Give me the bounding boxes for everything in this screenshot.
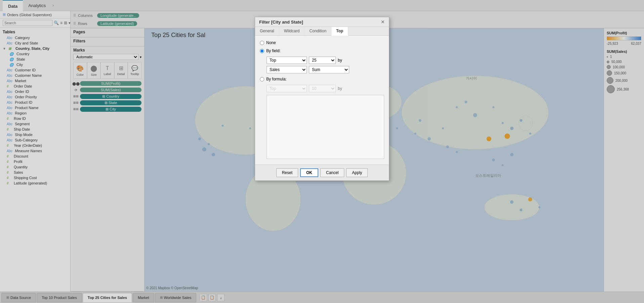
byformula-label[interactable]: By formula: [266,77,287,81]
modal-close-button[interactable]: ✕ [381,19,385,25]
formula-by-label: by [338,86,342,91]
ok-button[interactable]: OK [300,168,318,177]
modal-title: Filter [City and State] [259,20,303,25]
modal-tab-general[interactable]: General [255,27,279,35]
top-bottom-select[interactable]: Top [267,57,307,64]
modal-tab-wildcard[interactable]: Wildcard [279,27,305,35]
modal-overlay: Filter [City and State] ✕ General Wildca… [0,0,644,303]
agg-select[interactable]: Sum [309,66,349,73]
byfield-radio[interactable] [260,49,264,53]
byformula-radio[interactable] [260,77,264,81]
reset-button[interactable]: Reset [276,168,298,177]
field-select[interactable]: Sales [267,66,307,73]
cancel-button[interactable]: Cancel [320,168,344,177]
byfield-row1: Top 25 by [267,57,384,64]
modal-header: Filter [City and State] ✕ [255,17,389,27]
modal-footer: Reset OK Cancel Apply [255,165,389,180]
modal-tabs: General Wildcard Condition Top [255,27,389,36]
modal-tab-condition[interactable]: Condition [305,27,331,35]
formula-section: Top 10 by [267,85,384,160]
formula-row: Top 10 by [267,85,384,92]
filter-modal: Filter [City and State] ✕ General Wildca… [255,17,389,181]
byfield-row2: Sales Sum [267,66,384,73]
modal-tab-top[interactable]: Top [331,27,348,36]
byformula-radio-row: By formula: [260,77,384,81]
by-label-1: by [338,58,342,63]
byfield-radio-row: By field: [260,48,384,53]
formula-num-select: 10 [309,85,336,92]
formula-textarea [267,95,384,159]
num-select[interactable]: 25 [309,57,336,64]
apply-button[interactable]: Apply [346,168,368,177]
none-radio-row: None [260,40,384,45]
none-label[interactable]: None [266,40,276,45]
byfield-label[interactable]: By field: [266,48,281,53]
none-radio[interactable] [260,41,264,45]
formula-top-select: Top [267,85,307,92]
modal-body: None By field: Top 25 by [255,36,389,165]
byfield-options: Top 25 by Sales Sum [267,57,384,73]
